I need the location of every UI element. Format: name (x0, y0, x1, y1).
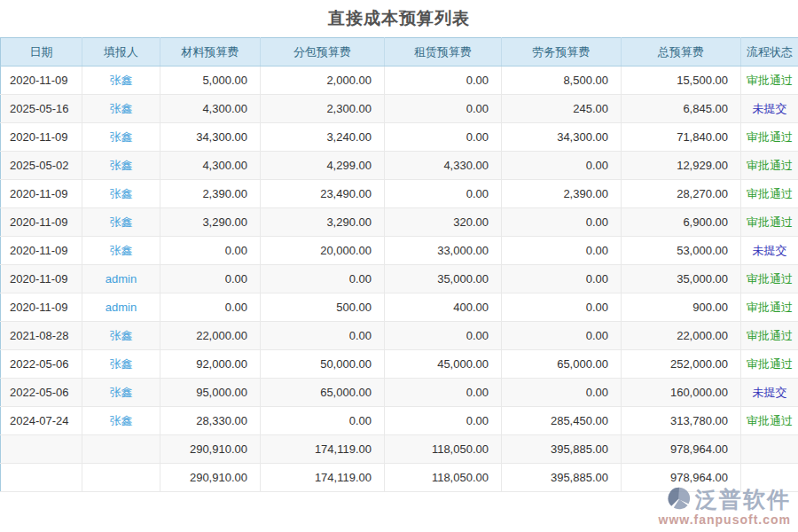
status-link[interactable]: 审批通过 (747, 187, 793, 200)
status-link[interactable]: 审批通过 (747, 74, 793, 87)
cell-filler: admin (82, 265, 160, 293)
filler-link[interactable]: 张鑫 (110, 329, 133, 342)
cell-total: 71,840.00 (622, 123, 741, 152)
table-header: 日期 填报人 材料预算费 分包预算费 租赁预算费 劳务预算费 总预算费 流程状态 (1, 38, 798, 66)
cell-subcontract: 0.00 (261, 407, 385, 435)
cell-labor: 285,450.00 (502, 407, 622, 435)
status-link[interactable]: 未提交 (753, 102, 787, 115)
brand-url: www.fanpusoft.com (659, 512, 791, 527)
cell-labor: 34,300.00 (502, 123, 622, 152)
status-link[interactable]: 审批通过 (747, 301, 793, 314)
filler-link[interactable]: admin (106, 301, 137, 314)
cell-filler (82, 435, 160, 464)
cell-material: 92,000.00 (160, 350, 261, 379)
cell-rental: 320.00 (385, 208, 502, 237)
cell-filler: 张鑫 (82, 95, 160, 123)
filler-link[interactable]: 张鑫 (110, 187, 133, 200)
cell-status: 未提交 (741, 95, 798, 123)
filler-link[interactable]: 张鑫 (110, 386, 133, 399)
cell-total: 12,929.00 (622, 152, 741, 180)
cell-material: 3,290.00 (160, 208, 261, 237)
filler-link[interactable]: 张鑫 (110, 159, 133, 172)
cell-date: 2020-11-09 (1, 66, 82, 95)
table-row: 2021-08-28张鑫22,000.000.000.000.0022,000.… (1, 322, 798, 350)
status-link[interactable]: 审批通过 (747, 272, 793, 286)
cell-subcontract: 3,240.00 (261, 123, 385, 152)
filler-link[interactable]: 张鑫 (110, 102, 133, 115)
cell-subcontract: 50,000.00 (261, 350, 385, 379)
filler-link[interactable]: 张鑫 (110, 215, 133, 229)
column-header-filler: 填报人 (82, 38, 160, 66)
column-header-total: 总预算费 (622, 38, 741, 66)
cell-subcontract: 20,000.00 (261, 237, 385, 265)
cell-total: 35,000.00 (622, 265, 741, 293)
cell-filler (82, 464, 160, 492)
cell-status: 审批通过 (741, 66, 798, 95)
cell-filler: 张鑫 (82, 379, 160, 407)
cell-filler: 张鑫 (82, 123, 160, 152)
cell-total: 6,845.00 (622, 95, 741, 123)
filler-link[interactable]: admin (106, 272, 137, 286)
cell-rental: 0.00 (385, 95, 502, 123)
cell-total: 978,964.00 (622, 464, 741, 492)
cell-labor: 0.00 (502, 237, 622, 265)
cell-subcontract: 4,299.00 (261, 152, 385, 180)
cell-date: 2020-11-09 (1, 180, 82, 208)
cell-material: 95,000.00 (160, 379, 261, 407)
cell-status: 审批通过 (741, 265, 798, 293)
cell-total: 15,500.00 (622, 66, 741, 95)
status-link[interactable]: 未提交 (753, 244, 787, 257)
cell-labor: 0.00 (502, 208, 622, 237)
cell-status: 审批通过 (741, 123, 798, 152)
cell-labor: 0.00 (502, 379, 622, 407)
status-link[interactable]: 审批通过 (747, 414, 793, 427)
cell-date: 2021-08-28 (1, 322, 82, 350)
cell-date: 2022-05-06 (1, 379, 82, 407)
cell-subcontract: 65,000.00 (261, 379, 385, 407)
cell-total: 313,780.00 (622, 407, 741, 435)
cell-total: 53,000.00 (622, 237, 741, 265)
filler-link[interactable]: 张鑫 (110, 414, 133, 427)
status-link[interactable]: 审批通过 (747, 159, 793, 172)
status-link[interactable]: 审批通过 (747, 329, 793, 342)
summary-row: 290,910.00174,119.00118,050.00395,885.00… (1, 435, 798, 464)
cell-labor: 0.00 (502, 152, 622, 180)
cell-status: 审批通过 (741, 152, 798, 180)
cell-rental: 0.00 (385, 407, 502, 435)
cell-material: 290,910.00 (160, 464, 261, 492)
filler-link[interactable]: 张鑫 (110, 74, 133, 87)
cell-subcontract: 2,000.00 (261, 66, 385, 95)
table-row: 2020-11-09张鑫5,000.002,000.000.008,500.00… (1, 66, 798, 95)
table-row: 2024-07-24张鑫28,330.000.000.00285,450.003… (1, 407, 798, 435)
cell-rental: 118,050.00 (385, 435, 502, 464)
cell-filler: 张鑫 (82, 208, 160, 237)
table-row: 2025-05-16张鑫4,300.002,300.000.00245.006,… (1, 95, 798, 123)
cell-status: 未提交 (741, 237, 798, 265)
cell-status: 审批通过 (741, 180, 798, 208)
cell-date: 2025-05-16 (1, 95, 82, 123)
cell-status: 审批通过 (741, 293, 798, 322)
direct-cost-budget-table: 日期 填报人 材料预算费 分包预算费 租赁预算费 劳务预算费 总预算费 流程状态… (0, 37, 798, 492)
cell-rental: 0.00 (385, 123, 502, 152)
cell-date: 2025-05-02 (1, 152, 82, 180)
cell-material: 22,000.00 (160, 322, 261, 350)
page-title: 直接成本预算列表 (0, 0, 798, 37)
status-link[interactable]: 未提交 (753, 386, 787, 399)
status-link[interactable]: 审批通过 (747, 130, 793, 144)
cell-material: 290,910.00 (160, 435, 261, 464)
filler-link[interactable]: 张鑫 (110, 357, 133, 371)
status-link[interactable]: 审批通过 (747, 215, 793, 229)
cell-material: 34,300.00 (160, 123, 261, 152)
filler-link[interactable]: 张鑫 (110, 244, 133, 257)
cell-material: 5,000.00 (160, 66, 261, 95)
column-header-subcontract: 分包预算费 (261, 38, 385, 66)
cell-date: 2020-11-09 (1, 208, 82, 237)
cell-status: 未提交 (741, 379, 798, 407)
cell-subcontract: 3,290.00 (261, 208, 385, 237)
cell-status (741, 435, 798, 464)
status-link[interactable]: 审批通过 (747, 357, 793, 371)
filler-link[interactable]: 张鑫 (110, 130, 133, 144)
cell-total: 160,000.00 (622, 379, 741, 407)
cell-total: 6,900.00 (622, 208, 741, 237)
cell-filler: admin (82, 293, 160, 322)
